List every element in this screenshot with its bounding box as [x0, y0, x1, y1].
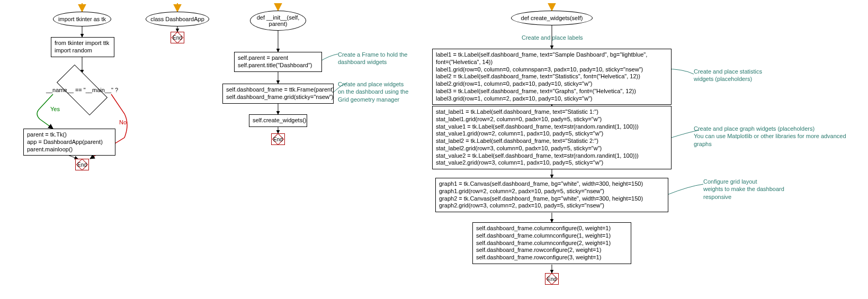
code-box-mainloop: parent = tk.Tk() app = DashboardApp(pare…: [23, 129, 115, 156]
end-terminator-col4: End: [545, 273, 559, 285]
text: graph1 = tk.Canvas(self.dashboard_frame,…: [439, 180, 643, 209]
text: parent = tk.Tk() app = DashboardApp(pare…: [27, 131, 103, 152]
end-terminator-col1: End: [75, 159, 89, 170]
start-oval-init: def __init__(self, parent): [250, 11, 306, 31]
comment-frame: Create a Frame to hold the dashboard wid…: [338, 51, 407, 66]
end-label: End: [77, 162, 87, 168]
text: self.dashboard_frame = ttk.Frame(parent)…: [226, 86, 334, 100]
text: from tkinter import ttk import random: [55, 40, 109, 53]
flowchart-canvas: import tkinter as tk from tkinter import…: [0, 0, 868, 299]
text: self.create_widgets(): [253, 117, 307, 123]
comment-grid: Create and place widgets on the dashboar…: [338, 80, 408, 103]
code-box-init2: self.dashboard_frame = ttk.Frame(parent)…: [222, 84, 334, 104]
label: import tkinter as tk: [58, 16, 106, 22]
start-oval-import: import tkinter as tk: [53, 12, 111, 26]
end-terminator-col2: End: [171, 32, 184, 43]
edge-label-yes: Yes: [50, 106, 60, 112]
text: self.dashboard_frame.columnconfigure(0, …: [476, 225, 611, 260]
end-label: End: [173, 35, 182, 41]
label: class DashboardApp: [150, 16, 204, 22]
label: def create_widgets(self): [521, 15, 583, 21]
decision-text: __name__ == "__main__" ?: [46, 87, 118, 93]
text: stat_label1 = tk.Label(self.dashboard_fr…: [436, 108, 639, 166]
code-box-stats: stat_label1 = tk.Label(self.dashboard_fr…: [432, 106, 672, 169]
end-terminator-col3: End: [271, 133, 285, 145]
code-box-init1: self.parent = parent self.parent.title("…: [234, 52, 322, 72]
comment-labels: Create and place labels: [522, 34, 583, 41]
start-oval-class: class DashboardApp: [146, 12, 209, 26]
start-oval-create-widgets: def create_widgets(self): [511, 11, 593, 25]
code-box-imports: from tkinter import ttk import random: [51, 37, 114, 57]
edge-label-no: No: [119, 119, 127, 125]
label: def __init__(self, parent): [257, 14, 300, 27]
comment-stats: Create and place statistics widgets (pla…: [694, 68, 762, 83]
code-box-configure: self.dashboard_frame.columnconfigure(0, …: [472, 222, 631, 264]
text: label1 = tk.Label(self.dashboard_frame, …: [436, 51, 647, 102]
code-box-init3: self.create_widgets(): [249, 114, 307, 127]
comment-configure: Configure grid layout weights to make th…: [703, 178, 784, 201]
code-box-labels: label1 = tk.Label(self.dashboard_frame, …: [432, 49, 672, 105]
text: self.parent = parent self.parent.title("…: [238, 55, 312, 68]
comment-graphs: Create and place graph widgets (placehol…: [694, 125, 846, 148]
code-box-graphs: graph1 = tk.Canvas(self.dashboard_frame,…: [435, 178, 668, 212]
end-label: End: [547, 276, 557, 282]
end-label: End: [273, 137, 283, 142]
